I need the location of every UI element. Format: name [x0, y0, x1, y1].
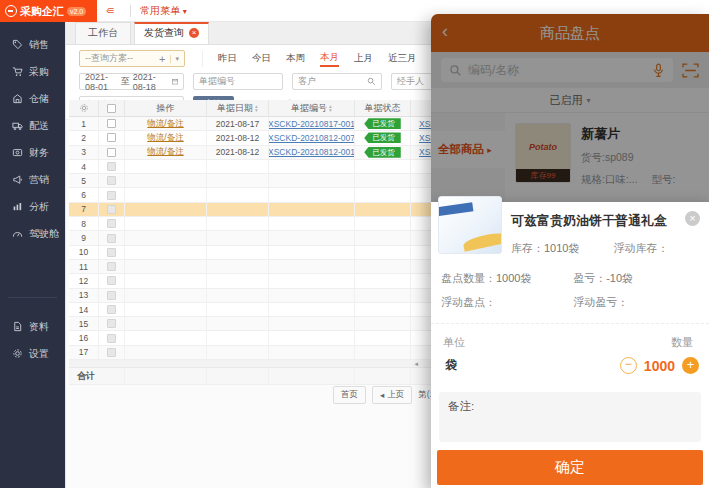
common-menu-dropdown[interactable]: 常用菜单 ▾	[140, 4, 187, 18]
checkbox-icon[interactable]	[107, 104, 116, 113]
sidebar-divider	[8, 297, 57, 298]
range-yesterday[interactable]: 昨日	[218, 52, 237, 66]
chevron-down-icon[interactable]: ▾	[170, 55, 179, 63]
status-badge: 已发货	[364, 118, 401, 129]
row-checkbox[interactable]	[107, 319, 116, 328]
row-checkbox[interactable]	[107, 219, 116, 228]
logistics-remark-link[interactable]: 物流/备注	[147, 132, 183, 144]
tab-shipping-query[interactable]: 发货查询 ×	[134, 22, 209, 44]
doc-no-link[interactable]: XSCKD-20210812-007	[269, 133, 355, 143]
sidebar-item-marketing[interactable]: 营销	[0, 166, 65, 193]
version-badge: v2.0	[67, 7, 86, 16]
phone-app: ‹ 商品盘点 编码/名称 已启用 ▾ 全部商品 ▸ 云商品...	[431, 14, 709, 488]
prev-page-button[interactable]: ◂ 上页	[372, 386, 412, 404]
sidebar-item-data[interactable]: 资料	[0, 313, 65, 340]
row-checkbox[interactable]	[107, 133, 116, 142]
customer-input[interactable]: 客户	[292, 73, 382, 90]
doc-no-link[interactable]: XSCKD-20210817-001	[269, 119, 355, 129]
sort-icon[interactable]: ▴▾	[329, 104, 332, 112]
common-menu-label: 常用菜单	[140, 5, 180, 16]
range-today[interactable]: 今日	[252, 52, 271, 66]
search-icon	[367, 77, 376, 86]
quantity-stepper: − 1000 +	[620, 357, 699, 374]
tab-workbench[interactable]: 工作台	[75, 22, 131, 44]
first-page-button[interactable]: 首页	[333, 386, 366, 404]
row-checkbox[interactable]	[107, 176, 116, 185]
row-checkbox[interactable]	[107, 148, 116, 157]
range-last-month[interactable]: 上月	[354, 52, 373, 66]
close-icon[interactable]: ×	[189, 28, 199, 38]
sidebar-item-purchasing[interactable]: 采购	[0, 58, 65, 85]
row-checkbox[interactable]	[107, 305, 116, 314]
row-checkbox[interactable]	[107, 348, 116, 357]
screenshot-root: 采购企汇 v2.0 ‹≡ 常用菜单 ▾ 销售 采购 仓储	[0, 0, 709, 488]
row-checkbox[interactable]	[107, 191, 116, 200]
row-checkbox[interactable]	[107, 262, 116, 271]
cart-icon	[12, 66, 23, 77]
float-stock-field: 浮动库存：	[613, 241, 668, 256]
range-this-week[interactable]: 本周	[286, 52, 305, 66]
quantity-value[interactable]: 1000	[644, 358, 675, 374]
settings-icon	[12, 348, 23, 359]
sidebar-main-group: 销售 采购 仓储 配送 财务 营销	[0, 22, 65, 247]
calendar-icon	[172, 77, 178, 86]
topbar-divider	[130, 5, 131, 17]
row-checkbox[interactable]	[107, 334, 116, 343]
col-doc-status: 单据状态	[355, 100, 411, 117]
truck-icon	[12, 120, 23, 131]
quick-date-links: 昨日 今日 本周 本月 上月 近三月 本年	[202, 51, 451, 67]
doc-no-link[interactable]: XSCKD-20210812-001	[269, 147, 355, 157]
close-icon[interactable]: ×	[685, 211, 700, 226]
sidebar-bottom-group: 资料 设置	[0, 304, 65, 367]
brand-name: 采购企汇	[20, 4, 64, 19]
sidebar-collapse-icon[interactable]: ‹≡	[106, 4, 112, 16]
unit-header: 单位	[443, 335, 465, 350]
data-icon	[12, 321, 23, 332]
stocktake-modal: 可兹富贵奶油饼干普通礼盒 × 库存：1010袋 浮动库存： 盘点数量：1000袋…	[431, 202, 709, 488]
sort-icon[interactable]: ▴▾	[255, 104, 258, 112]
chevron-left-icon: ◂	[380, 390, 384, 400]
range-this-month[interactable]: 本月	[320, 51, 339, 67]
tag-icon	[12, 39, 23, 50]
logo-icon	[5, 5, 17, 17]
profit-loss-field: 盈亏：-10袋	[573, 271, 699, 286]
row-checkbox[interactable]	[107, 248, 116, 257]
modal-product-title: 可兹富贵奶油饼干普通礼盒	[511, 212, 681, 230]
confirm-button[interactable]: 确定	[437, 450, 703, 485]
row-checkbox[interactable]	[107, 162, 116, 171]
sidebar-item-warehouse[interactable]: 仓储	[0, 85, 65, 112]
column-settings-cell[interactable]	[69, 100, 99, 117]
row-checkbox[interactable]	[107, 291, 116, 300]
scroll-left-icon[interactable]: ◂	[415, 360, 419, 368]
range-last-3-months[interactable]: 近三月	[388, 52, 417, 66]
sidebar-item-sales[interactable]: 销售	[0, 31, 65, 58]
app-logo[interactable]: 采购企汇 v2.0	[0, 0, 97, 22]
row-checkbox[interactable]	[107, 205, 116, 214]
sidebar-item-delivery[interactable]: 配送	[0, 112, 65, 139]
logistics-remark-link[interactable]: 物流/备注	[147, 118, 183, 130]
sidebar-item-cockpit[interactable]: 驾驶舱	[0, 220, 65, 247]
date-range-input[interactable]: 2021-08-01 至 2021-08-18	[79, 73, 184, 90]
status-badge: 已发货	[364, 147, 401, 158]
col-action: 操作	[125, 100, 207, 117]
remark-input[interactable]: 备注:	[439, 392, 701, 442]
doc-no-input[interactable]: 单据编号	[193, 73, 283, 90]
plus-button[interactable]: +	[682, 357, 699, 374]
row-checkbox[interactable]	[107, 276, 116, 285]
row-checkbox[interactable]	[107, 119, 116, 128]
sidebar-item-settings[interactable]: 设置	[0, 340, 65, 367]
row-checkbox[interactable]	[107, 234, 116, 243]
sidebar-item-analytics[interactable]: 分析	[0, 193, 65, 220]
logistics-remark-link[interactable]: 物流/备注	[147, 146, 183, 158]
select-all-cell[interactable]	[99, 100, 125, 117]
stock-field: 库存：1010袋	[511, 241, 579, 256]
col-doc-no[interactable]: 单据编号 ▴▾	[269, 100, 355, 117]
unit-value: 袋	[445, 357, 457, 374]
add-scheme-icon[interactable]: +	[159, 53, 165, 65]
modal-product-image	[438, 196, 502, 254]
modal-header: 可兹富贵奶油饼干普通礼盒 ×	[431, 202, 709, 230]
col-doc-date[interactable]: 单据日期 ▴▾	[207, 100, 269, 117]
query-scheme-select[interactable]: --查询方案-- + ▾	[79, 50, 185, 67]
minus-button[interactable]: −	[620, 357, 637, 374]
sidebar-item-finance[interactable]: 财务	[0, 139, 65, 166]
